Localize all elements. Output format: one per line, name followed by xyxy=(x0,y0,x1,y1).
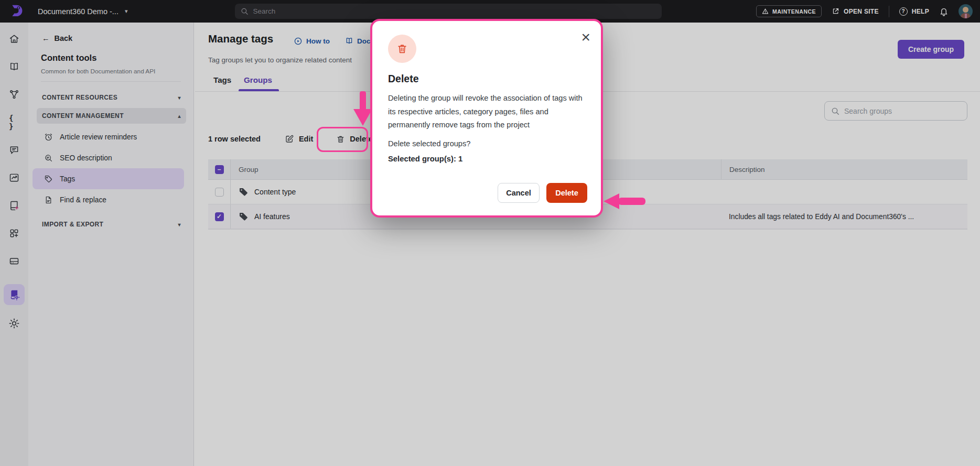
annotation-highlight-delete-button xyxy=(317,127,368,152)
delete-confirmation-dialog: × Delete Deleting the group will revoke … xyxy=(370,19,603,218)
selected-count: Selected group(s): 1 xyxy=(388,155,585,163)
trash-icon-badge xyxy=(388,35,416,63)
close-icon[interactable]: × xyxy=(581,26,590,48)
confirm-delete-button[interactable]: Delete xyxy=(546,183,587,203)
annotation-arrow-down xyxy=(352,91,373,127)
dialog-question: Delete selected groups? xyxy=(388,139,585,148)
annotation-arrow-left xyxy=(604,192,645,210)
dialog-title: Delete xyxy=(388,73,585,85)
cancel-button[interactable]: Cancel xyxy=(498,183,540,203)
dialog-body-text: Deleting the group will revoke the assoc… xyxy=(388,92,585,132)
trash-icon xyxy=(396,43,408,55)
